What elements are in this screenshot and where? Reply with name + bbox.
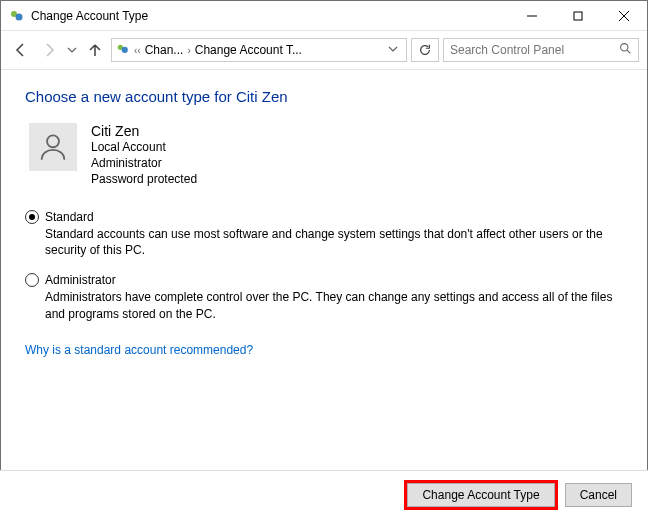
radio-administrator[interactable] bbox=[25, 273, 39, 287]
breadcrumb[interactable]: Change Account T... bbox=[195, 43, 302, 57]
back-button[interactable] bbox=[9, 38, 33, 62]
maximize-button[interactable] bbox=[555, 1, 601, 31]
address-bar[interactable]: ‹‹ Chan... › Change Account T... bbox=[111, 38, 407, 62]
page-title: Choose a new account type for Citi Zen bbox=[25, 88, 623, 105]
account-name: Citi Zen bbox=[91, 123, 197, 139]
option-label: Standard bbox=[45, 210, 94, 224]
chevron-icon: ‹‹ bbox=[134, 45, 141, 56]
account-role: Administrator bbox=[91, 155, 197, 171]
avatar bbox=[29, 123, 77, 171]
option-description: Standard accounts can use most software … bbox=[45, 226, 623, 260]
navbar: ‹‹ Chan... › Change Account T... Search … bbox=[1, 31, 647, 69]
svg-rect-3 bbox=[574, 12, 582, 20]
up-button[interactable] bbox=[83, 38, 107, 62]
account-summary: Citi Zen Local Account Administrator Pas… bbox=[29, 123, 623, 188]
svg-line-9 bbox=[627, 50, 630, 53]
app-icon bbox=[9, 8, 25, 24]
search-input[interactable]: Search Control Panel bbox=[443, 38, 639, 62]
minimize-button[interactable] bbox=[509, 1, 555, 31]
footer: Change Account Type Cancel bbox=[0, 470, 648, 519]
refresh-button[interactable] bbox=[411, 38, 439, 62]
search-icon bbox=[619, 42, 632, 58]
radio-standard[interactable] bbox=[25, 210, 39, 224]
svg-point-10 bbox=[47, 135, 59, 147]
option-standard[interactable]: Standard Standard accounts can use most … bbox=[25, 210, 623, 260]
search-placeholder: Search Control Panel bbox=[450, 43, 619, 57]
breadcrumb-root-icon bbox=[116, 42, 130, 59]
recent-dropdown[interactable] bbox=[65, 38, 79, 62]
breadcrumb[interactable]: Chan... bbox=[145, 43, 184, 57]
account-type: Local Account bbox=[91, 139, 197, 155]
option-administrator[interactable]: Administrator Administrators have comple… bbox=[25, 273, 623, 323]
svg-point-1 bbox=[16, 13, 23, 20]
chevron-right-icon: › bbox=[187, 45, 190, 56]
account-password-status: Password protected bbox=[91, 171, 197, 187]
titlebar: Change Account Type bbox=[1, 1, 647, 31]
option-description: Administrators have complete control ove… bbox=[45, 289, 623, 323]
help-link[interactable]: Why is a standard account recommended? bbox=[25, 343, 253, 357]
window-title: Change Account Type bbox=[31, 9, 509, 23]
window-controls bbox=[509, 1, 647, 31]
cancel-button[interactable]: Cancel bbox=[565, 483, 632, 507]
svg-point-8 bbox=[621, 44, 628, 51]
svg-point-7 bbox=[122, 46, 128, 52]
option-label: Administrator bbox=[45, 273, 116, 287]
change-account-type-button[interactable]: Change Account Type bbox=[407, 483, 554, 507]
close-button[interactable] bbox=[601, 1, 647, 31]
content: Choose a new account type for Citi Zen C… bbox=[1, 70, 647, 357]
forward-button[interactable] bbox=[37, 38, 61, 62]
address-dropdown[interactable] bbox=[384, 43, 402, 57]
